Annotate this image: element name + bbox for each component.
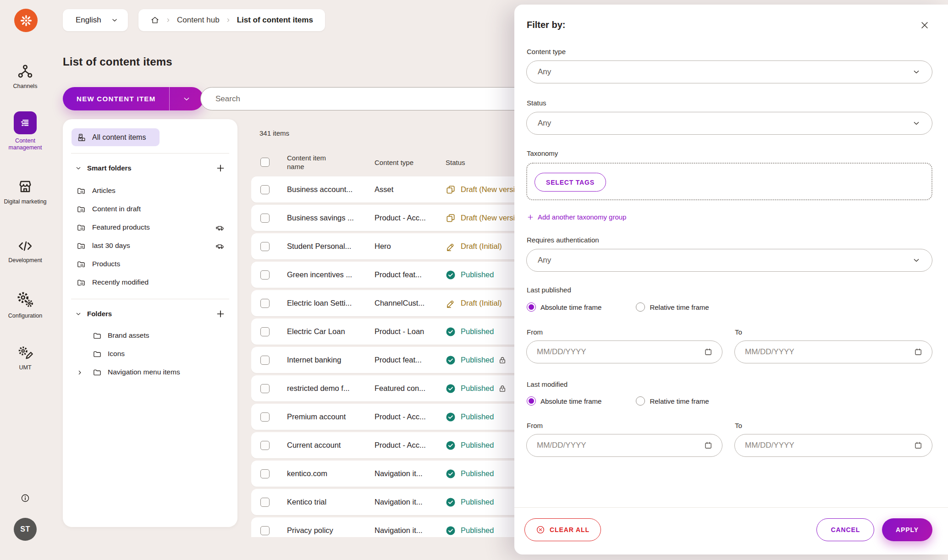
search-input[interactable] (215, 94, 514, 104)
status-select[interactable]: Any (526, 112, 932, 135)
info-button[interactable] (21, 494, 30, 503)
relative-time-frame-option[interactable]: Relative time frame (636, 302, 709, 312)
radio-selected[interactable] (527, 302, 536, 312)
folder-icon (93, 331, 102, 340)
user-avatar[interactable]: ST (14, 518, 37, 541)
new-content-item-label: NEW CONTENT ITEM (63, 95, 169, 103)
content-type: Product - Loan (375, 327, 446, 336)
last-published-to-input[interactable] (744, 347, 909, 357)
collapse-chevron-icon[interactable] (75, 165, 82, 172)
smart-folder-item[interactable]: Featured products (63, 219, 237, 237)
all-content-items-button[interactable]: All content items (72, 128, 160, 146)
row-checkbox[interactable] (260, 498, 270, 507)
smart-folder-item[interactable]: Products (63, 255, 237, 274)
select-all-checkbox[interactable] (260, 158, 270, 167)
row-checkbox[interactable] (260, 526, 270, 535)
last-modified-timeframe-radios: Absolute time frame Relative time frame (527, 396, 709, 406)
sidebar-item-umt[interactable]: UMT (0, 344, 50, 371)
row-checkbox[interactable] (260, 441, 270, 450)
row-checkbox[interactable] (260, 270, 270, 280)
absolute-time-frame-option[interactable]: Absolute time frame (527, 302, 601, 312)
clear-all-button[interactable]: CLEAR ALL (524, 518, 601, 541)
collapse-chevron-icon[interactable] (75, 310, 82, 318)
kentico-logo[interactable] (14, 9, 38, 32)
new-item-dropdown-toggle[interactable] (170, 94, 204, 104)
gear-pencil-icon (0, 344, 50, 361)
select-tags-button[interactable]: SELECT TAGS (535, 173, 606, 192)
check-circle-icon (446, 384, 456, 394)
column-header-type: Content type (375, 159, 446, 166)
apply-button[interactable]: APPLY (882, 518, 932, 541)
requires-authentication-select[interactable]: Any (526, 249, 932, 272)
folder-item[interactable]: Navigation menu items (63, 363, 237, 382)
smart-folder-item[interactable]: Content in draft (63, 200, 237, 219)
row-checkbox[interactable] (260, 469, 270, 478)
smart-folder-item[interactable]: last 30 days (63, 237, 237, 255)
status-badge: Published (446, 355, 494, 365)
row-checkbox[interactable] (260, 356, 270, 365)
folder-gear-icon (77, 205, 86, 214)
content-type-select[interactable]: Any (526, 60, 932, 83)
content-item-name: Premium account (287, 412, 375, 421)
taxonomy-label: Taxonomy (527, 149, 558, 157)
user-initials: ST (20, 525, 30, 533)
add-folder-button[interactable] (215, 309, 226, 319)
row-checkbox[interactable] (260, 185, 270, 194)
status-badge: Published (446, 412, 494, 422)
sidebar-item-development[interactable]: Development (0, 238, 50, 264)
folder-gear-icon (77, 242, 86, 251)
row-checkbox[interactable] (260, 327, 270, 336)
status-badge: Draft (Initial) (446, 298, 502, 308)
folder-item[interactable]: Brand assets (63, 327, 237, 345)
sidebar-item-label: Channels (0, 83, 50, 90)
relative-time-frame-option[interactable]: Relative time frame (636, 396, 709, 406)
home-icon[interactable] (150, 16, 160, 25)
close-icon[interactable] (920, 20, 930, 30)
calendar-icon[interactable] (914, 441, 923, 450)
radio-unselected[interactable] (636, 302, 645, 312)
row-checkbox[interactable] (260, 242, 270, 251)
sidebar-item-channels[interactable]: Channels (0, 63, 50, 90)
sidebar-item-label: Digital marketing (0, 198, 50, 205)
smart-folder-item[interactable]: Recently modified (63, 274, 237, 292)
add-taxonomy-group-link[interactable]: Add another taxonomy group (527, 213, 626, 221)
sidebar-item-content-management[interactable]: Content management (0, 111, 50, 151)
row-checkbox[interactable] (260, 214, 270, 223)
breadcrumb-separator-icon (165, 17, 171, 23)
calendar-icon[interactable] (914, 347, 923, 357)
sidebar-item-digital-marketing[interactable]: Digital marketing (0, 178, 50, 205)
storefront-icon (0, 178, 50, 195)
last-modified-to-input[interactable] (744, 440, 909, 450)
row-checkbox[interactable] (260, 384, 270, 393)
boxes-icon (77, 133, 86, 142)
search-field (200, 87, 529, 110)
channels-icon (0, 63, 50, 80)
last-published-from-input[interactable] (536, 347, 699, 357)
items-count: 341 items (259, 129, 289, 137)
cancel-button[interactable]: CANCEL (816, 518, 874, 541)
calendar-icon[interactable] (704, 347, 713, 357)
breadcrumb-content-hub[interactable]: Content hub (177, 16, 220, 25)
row-checkbox[interactable] (260, 412, 270, 422)
smart-folder-item[interactable]: Articles (63, 182, 237, 200)
content-item-name: Electric loan Setti... (287, 299, 375, 307)
absolute-time-frame-option[interactable]: Absolute time frame (527, 396, 601, 406)
breadcrumb-current: List of content items (237, 16, 313, 25)
expand-chevron-icon[interactable] (76, 369, 83, 376)
radio-unselected[interactable] (636, 396, 645, 406)
last-published-from-field (526, 340, 722, 363)
truck-icon (215, 242, 225, 251)
new-content-item-button[interactable]: NEW CONTENT ITEM (63, 87, 204, 110)
last-modified-from-input[interactable] (536, 440, 699, 450)
calendar-icon[interactable] (704, 441, 713, 450)
add-smart-folder-button[interactable] (215, 163, 226, 173)
sidebar-item-configuration[interactable]: Configuration (0, 290, 50, 319)
status-badge: Published (446, 526, 494, 536)
divider (71, 299, 229, 299)
language-selector[interactable]: English (63, 9, 128, 31)
row-checkbox[interactable] (260, 299, 270, 308)
radio-selected[interactable] (527, 396, 536, 406)
folders-panel: All content items Smart folders Articles… (63, 119, 237, 527)
folder-item[interactable]: Icons (63, 345, 237, 363)
content-item-name: Business savings ... (287, 214, 375, 222)
